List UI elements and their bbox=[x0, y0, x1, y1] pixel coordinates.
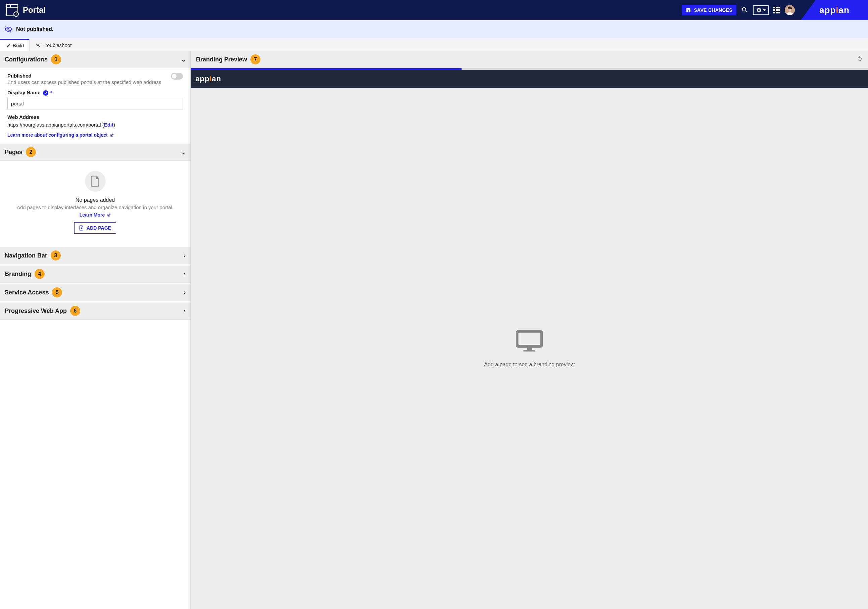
callout-7: 7 bbox=[250, 54, 260, 65]
section-configurations-body: Published End users can access published… bbox=[0, 68, 190, 144]
preview-header: Branding Preview 7 bbox=[191, 51, 868, 68]
section-navigation-header[interactable]: Navigation Bar 3 › bbox=[0, 247, 190, 264]
required-star: * bbox=[50, 90, 52, 95]
app-header: Portal SAVE CHANGES appian bbox=[0, 0, 868, 20]
brand-logo: appian bbox=[801, 0, 868, 20]
header-actions: SAVE CHANGES appian bbox=[682, 0, 868, 20]
status-text: Not published. bbox=[16, 26, 53, 32]
add-page-button[interactable]: ADD PAGE bbox=[74, 222, 116, 234]
document-icon bbox=[90, 175, 100, 188]
preview-brand-text: appian bbox=[195, 74, 221, 83]
section-pages-title: Pages bbox=[5, 149, 22, 156]
apps-icon[interactable] bbox=[773, 7, 780, 14]
web-address-label: Web Address bbox=[8, 114, 183, 120]
main-content: Configurations 1 ⌄ Published End users c… bbox=[0, 51, 868, 609]
search-icon[interactable] bbox=[741, 6, 749, 14]
preview-brand-bar: appian bbox=[191, 70, 868, 88]
web-address-edit-link[interactable]: Edit bbox=[104, 122, 113, 127]
svg-rect-4 bbox=[524, 350, 535, 352]
section-service-title: Service Access bbox=[5, 289, 49, 296]
published-label: Published bbox=[8, 73, 161, 79]
external-link-icon bbox=[107, 213, 111, 217]
callout-3: 3 bbox=[51, 251, 61, 260]
help-icon[interactable]: ? bbox=[43, 90, 48, 96]
section-pages-body: No pages added Add pages to display inte… bbox=[0, 161, 190, 240]
pages-empty-desc: Add pages to display interfaces and orga… bbox=[7, 205, 184, 210]
preview-empty-state: Add a page to see a branding preview bbox=[191, 88, 868, 609]
section-pages-header[interactable]: Pages 2 ⌄ bbox=[0, 144, 190, 161]
callout-5: 5 bbox=[52, 287, 62, 298]
web-address-value: https://hourglass.appianportals.com/port… bbox=[8, 122, 104, 127]
tab-troubleshoot-label: Troubleshoot bbox=[42, 42, 71, 48]
save-changes-button[interactable]: SAVE CHANGES bbox=[682, 5, 736, 15]
pages-learn-more-link[interactable]: Learn More bbox=[79, 212, 111, 217]
gear-icon bbox=[756, 8, 762, 13]
tab-build[interactable]: Build bbox=[0, 39, 29, 51]
portal-icon bbox=[6, 4, 18, 16]
chevron-right-icon: › bbox=[184, 308, 186, 314]
callout-4: 4 bbox=[34, 269, 45, 279]
chevron-right-icon: › bbox=[184, 290, 186, 296]
refresh-icon bbox=[857, 56, 863, 62]
preview-hint: Add a page to see a branding preview bbox=[484, 361, 575, 367]
save-label: SAVE CHANGES bbox=[694, 8, 732, 13]
user-avatar[interactable] bbox=[785, 5, 795, 15]
published-toggle[interactable] bbox=[171, 73, 183, 79]
page-title: Portal bbox=[23, 5, 46, 15]
learn-more-configure-link[interactable]: Learn more about configuring a portal ob… bbox=[8, 132, 114, 138]
pages-learn-more-text: Learn More bbox=[79, 212, 105, 217]
callout-6: 6 bbox=[70, 306, 80, 316]
section-pwa-header[interactable]: Progressive Web App 6 › bbox=[0, 302, 190, 319]
chevron-down-icon: ⌄ bbox=[181, 149, 186, 155]
pages-empty-title: No pages added bbox=[7, 197, 184, 203]
web-address-line: https://hourglass.appianportals.com/port… bbox=[8, 122, 183, 127]
avatar-image bbox=[785, 5, 795, 15]
status-banner: Not published. bbox=[0, 20, 868, 38]
section-branding-header[interactable]: Branding 4 › bbox=[0, 265, 190, 283]
chevron-right-icon: › bbox=[184, 271, 186, 277]
tab-build-label: Build bbox=[13, 43, 24, 48]
chevron-down-icon bbox=[763, 9, 766, 11]
section-configurations-header[interactable]: Configurations 1 ⌄ bbox=[0, 51, 190, 68]
tab-bar: Build Troubleshoot bbox=[0, 38, 868, 51]
pencil-icon bbox=[6, 43, 11, 48]
section-service-header[interactable]: Service Access 5 › bbox=[0, 284, 190, 301]
display-name-input[interactable] bbox=[8, 98, 183, 110]
eye-off-icon bbox=[5, 25, 12, 33]
display-name-label: Display Name bbox=[8, 90, 40, 95]
web-address-close: ) bbox=[113, 122, 115, 127]
settings-dropdown[interactable] bbox=[753, 5, 769, 15]
svg-rect-3 bbox=[527, 347, 532, 350]
callout-1: 1 bbox=[51, 54, 61, 65]
section-navigation-title: Navigation Bar bbox=[5, 252, 47, 259]
preview-title: Branding Preview bbox=[196, 56, 247, 63]
add-page-icon bbox=[79, 225, 84, 231]
left-panel: Configurations 1 ⌄ Published End users c… bbox=[0, 51, 191, 609]
learn-more-configure-text: Learn more about configuring a portal ob… bbox=[8, 132, 108, 138]
published-desc: End users can access published portals a… bbox=[8, 79, 161, 85]
wrench-icon bbox=[36, 43, 40, 48]
save-icon bbox=[686, 8, 691, 13]
external-link-icon bbox=[110, 133, 114, 137]
section-branding-title: Branding bbox=[5, 271, 31, 277]
right-panel: Branding Preview 7 appian Add a page to … bbox=[191, 51, 868, 609]
brand-text: appian bbox=[819, 5, 849, 15]
section-pwa-title: Progressive Web App bbox=[5, 307, 67, 315]
add-page-label: ADD PAGE bbox=[87, 225, 111, 231]
callout-2: 2 bbox=[26, 147, 36, 157]
chevron-down-icon: ⌄ bbox=[181, 56, 186, 63]
empty-doc-icon bbox=[85, 171, 106, 192]
section-configurations-title: Configurations bbox=[5, 56, 48, 63]
refresh-button[interactable] bbox=[857, 56, 863, 64]
svg-rect-1 bbox=[519, 332, 540, 345]
chevron-right-icon: › bbox=[184, 253, 186, 259]
monitor-icon bbox=[516, 330, 543, 354]
tab-troubleshoot[interactable]: Troubleshoot bbox=[29, 40, 77, 51]
